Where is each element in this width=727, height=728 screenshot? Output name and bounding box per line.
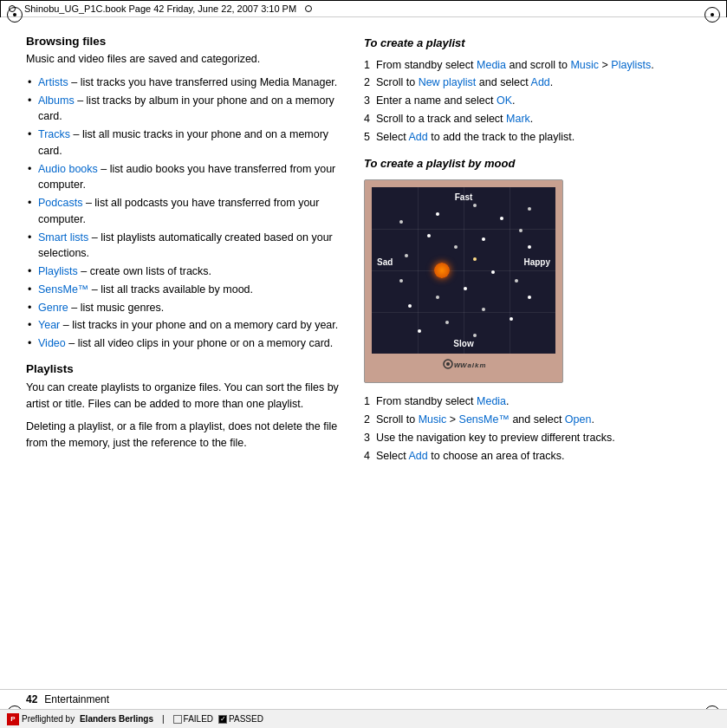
step-2-text: Scroll to New playlist and select Add. xyxy=(376,76,553,88)
grid-lines xyxy=(372,187,555,354)
mood-step-3-num: 3 xyxy=(364,430,370,446)
step-5-text: Select Add to add the track to the playl… xyxy=(376,131,574,143)
preflight-bar: P Preflighted by Elanders Berlings | FAI… xyxy=(0,709,727,728)
svg-text:Walkman: Walkman xyxy=(460,361,485,369)
phone-image: Fast Sad Happy Slow xyxy=(364,179,563,384)
open-link[interactable]: Open xyxy=(565,413,592,426)
list-item-audiobooks: Audio books – list audio books you have … xyxy=(26,161,347,194)
browsing-files-title: Browsing files xyxy=(26,35,347,48)
phone-screen: Fast Sad Happy Slow xyxy=(372,187,555,354)
step-1: 1 From standby select Media and scroll t… xyxy=(364,57,676,74)
playlists-intro: You can create playlists to organize fil… xyxy=(26,380,347,413)
create-playlist-steps: 1 From standby select Media and scroll t… xyxy=(364,57,676,146)
mood-slow-label: Slow xyxy=(453,339,473,348)
walkman-logo: w Walkman xyxy=(442,361,485,372)
list-item-genre: Genre – list music genres. xyxy=(26,300,347,316)
step-3-num: 3 xyxy=(364,93,370,109)
mood-step-4-num: 4 xyxy=(364,448,370,465)
mood-step-2-text: Scroll to Music > SensMe™ and select Ope… xyxy=(376,413,594,426)
tracks-link[interactable]: Tracks xyxy=(38,128,70,140)
step-1-text: From standby select Media and scroll to … xyxy=(376,59,654,71)
reg-mark-tl xyxy=(7,7,23,23)
music-link-1[interactable]: Music xyxy=(570,59,599,71)
video-text: – list all video clips in your phone or … xyxy=(68,337,333,349)
mood-step-2-num: 2 xyxy=(364,412,370,428)
add-link-2[interactable]: Add xyxy=(409,131,428,143)
media-link-2[interactable]: Media xyxy=(477,395,506,407)
year-text: – list tracks in your phone and on a mem… xyxy=(63,319,339,331)
passed-label: PASSED xyxy=(229,714,263,724)
browsing-files-intro: Music and video files are saved and cate… xyxy=(26,51,347,68)
video-link[interactable]: Video xyxy=(38,337,66,349)
step-1-num: 1 xyxy=(364,57,370,74)
playlists-link[interactable]: Playlists xyxy=(38,265,78,277)
page-container: Shinobu_UG_P1C.book Page 42 Friday, June… xyxy=(0,0,727,728)
failed-checkbox-icon xyxy=(173,715,182,724)
right-column: To create a playlist 1 From standby sele… xyxy=(364,35,676,680)
phone-bottom: w Walkman xyxy=(372,354,555,375)
svg-point-1 xyxy=(446,362,450,366)
page-label: Entertainment xyxy=(44,693,109,705)
mood-step-1-num: 1 xyxy=(364,393,370,410)
ok-link[interactable]: OK xyxy=(497,94,512,107)
list-item-playlists: Playlists – create own lists of tracks. xyxy=(26,263,347,280)
add-link-1[interactable]: Add xyxy=(531,76,550,88)
failed-label: FAILED xyxy=(184,714,213,724)
main-content: Browsing files Music and video files are… xyxy=(0,17,727,693)
mark-link[interactable]: Mark xyxy=(506,113,530,125)
playlists-link-2[interactable]: Playlists xyxy=(611,59,651,71)
tracks-text: – list all music tracks in your phone an… xyxy=(38,128,328,157)
albums-text: – list tracks by album in your phone and… xyxy=(38,94,334,123)
step-2-num: 2 xyxy=(364,75,370,91)
sensme-link[interactable]: SensMe™ xyxy=(38,283,88,296)
step-4: 4 Scroll to a track and select Mark. xyxy=(364,111,676,127)
smartlists-link[interactable]: Smart lists xyxy=(38,231,88,244)
preflight-logo: P Preflighted by Elanders Berlings xyxy=(7,713,153,725)
media-link-1[interactable]: Media xyxy=(477,59,506,71)
passed-checkbox-icon: ✓ xyxy=(218,715,227,724)
sensme-link-2[interactable]: SensMe™ xyxy=(459,413,510,426)
playlists-section-title: Playlists xyxy=(26,362,347,375)
audiobooks-link[interactable]: Audio books xyxy=(38,163,98,175)
sensme-text: – list all tracks available by mood. xyxy=(92,283,253,296)
artists-text: – list tracks you have transferred using… xyxy=(71,76,337,88)
music-link-2[interactable]: Music xyxy=(419,413,447,426)
list-item-podcasts: Podcasts – list all podcasts you have tr… xyxy=(26,195,347,228)
playlists-text: – create own lists of tracks. xyxy=(81,265,211,277)
genre-link[interactable]: Genre xyxy=(38,302,68,314)
top-bar-dot-right xyxy=(305,5,312,12)
list-item-video: Video – list all video clips in your pho… xyxy=(26,335,347,352)
artists-link[interactable]: Artists xyxy=(38,76,68,88)
mood-step-1-text: From standby select Media. xyxy=(376,395,510,407)
list-item-tracks: Tracks – list all music tracks in your p… xyxy=(26,127,347,159)
step-2: 2 Scroll to New playlist and select Add. xyxy=(364,75,676,91)
podcasts-link[interactable]: Podcasts xyxy=(38,197,82,209)
preflight-company: Elanders Berlings xyxy=(77,714,153,724)
mood-step-1: 1 From standby select Media. xyxy=(364,393,676,410)
list-item-year: Year – list tracks in your phone and on … xyxy=(26,317,347,334)
feature-list: Artists – list tracks you have transferr… xyxy=(26,75,347,352)
playlists-deleting: Deleting a playlist, or a file from a pl… xyxy=(26,419,347,452)
step-4-num: 4 xyxy=(364,111,370,127)
passed-check: ✓ PASSED xyxy=(218,714,263,724)
preflight-logo-box: P xyxy=(7,713,19,725)
mood-step-4-text: Select Add to choose an area of tracks. xyxy=(376,450,565,462)
albums-link[interactable]: Albums xyxy=(38,94,75,107)
add-link-3[interactable]: Add xyxy=(409,450,428,462)
step-4-text: Scroll to a track and select Mark. xyxy=(376,113,533,125)
page-number: 42 xyxy=(26,693,37,705)
year-link[interactable]: Year xyxy=(38,319,60,331)
mood-happy-label: Happy xyxy=(523,257,550,267)
mood-step-4: 4 Select Add to choose an area of tracks… xyxy=(364,448,676,465)
step-3: 3 Enter a name and select OK. xyxy=(364,93,676,109)
create-by-mood-title: To create a playlist by mood xyxy=(364,155,676,172)
failed-check: FAILED xyxy=(173,714,213,724)
top-bar: Shinobu_UG_P1C.book Page 42 Friday, June… xyxy=(0,0,727,17)
bottom-bar: 42 Entertainment xyxy=(0,689,727,709)
create-playlist-title: To create a playlist xyxy=(364,35,676,52)
preflight-text: Preflighted by xyxy=(22,714,75,724)
list-item-albums: Albums – list tracks by album in your ph… xyxy=(26,93,347,126)
new-playlist-link[interactable]: New playlist xyxy=(419,76,477,88)
mood-steps: 1 From standby select Media. 2 Scroll to… xyxy=(364,393,676,464)
mood-fast-label: Fast xyxy=(455,192,473,202)
